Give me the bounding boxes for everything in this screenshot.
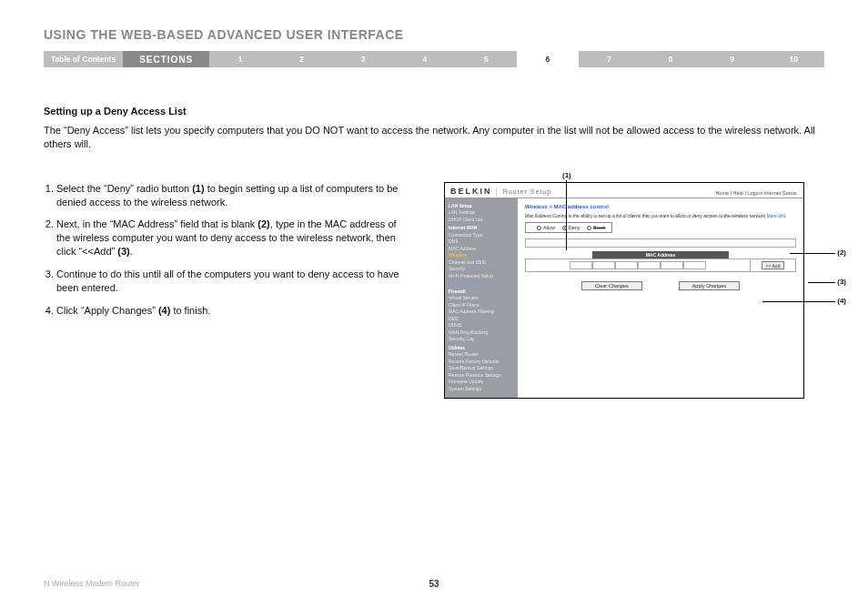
mac-field[interactable]: [615, 261, 638, 269]
radio-deny[interactable]: [562, 226, 567, 230]
callout-2: (2): [837, 248, 846, 257]
sb-item[interactable]: Restore Previous Settings: [449, 372, 514, 380]
mac-field[interactable]: [661, 261, 683, 269]
nav-6[interactable]: 6: [517, 51, 579, 67]
mac-header: MAC Address: [592, 251, 729, 258]
sb-item[interactable]: DHCP Client List: [449, 217, 514, 224]
sb-item[interactable]: MAC Address: [449, 246, 514, 253]
sb-item[interactable]: Security Log: [449, 336, 514, 343]
product-name: N Wireless Modem Router: [44, 579, 140, 588]
sb-item[interactable]: Firmware Update: [449, 379, 514, 386]
sidebar: LAN Setup LAN Settings DHCP Client List …: [445, 198, 518, 399]
page-number: 53: [429, 579, 439, 589]
sb-firewall: Firewall: [449, 289, 514, 296]
mac-field[interactable]: [638, 261, 661, 269]
step-1: Select the “Deny” radio button (1) to be…: [56, 182, 408, 209]
nav-8[interactable]: 8: [640, 51, 701, 67]
sb-item[interactable]: Restore Factory Defaults: [449, 359, 514, 366]
screenshot: (1) (2) (3) (4) BELKIN|Router Setup Home…: [444, 182, 824, 400]
sb-wireless: Wireless: [449, 252, 514, 259]
sb-item[interactable]: Restart Router: [449, 351, 514, 359]
sb-wan: Internet WAN: [449, 225, 514, 232]
sb-item[interactable]: Wi-Fi Protected Setup: [449, 273, 514, 280]
nav-7[interactable]: 7: [579, 51, 641, 67]
callout-4: (4): [837, 297, 846, 305]
mac-field[interactable]: [683, 261, 706, 269]
sb-item[interactable]: Connection Type: [449, 232, 514, 239]
top-links[interactable]: Home | Help | Logout Internet Status:: [715, 190, 798, 196]
section-nav: Table of Contents SECTIONS 1 2 3 4 5 6 7…: [44, 51, 824, 67]
more-info-link[interactable]: More Info: [766, 213, 785, 218]
radio-allow[interactable]: [537, 226, 541, 230]
sb-item[interactable]: DNS: [449, 238, 514, 246]
sb-item[interactable]: DMZ: [449, 316, 514, 323]
mac-input-row: [570, 261, 706, 269]
sb-item[interactable]: WAN Ping Blocking: [449, 329, 514, 337]
sb-item[interactable]: Client IP Filters: [449, 302, 514, 309]
sb-utilities: Utilities: [449, 345, 514, 352]
sb-item[interactable]: Virtual Servers: [449, 295, 514, 302]
nav-1[interactable]: 1: [209, 51, 271, 67]
brand-logo: BELKIN|Router Setup: [450, 187, 551, 196]
sb-mac-control[interactable]: MAC Address Control: [449, 279, 514, 287]
nav-sections-label: SECTIONS: [123, 51, 209, 67]
page-title: USING THE WEB-BASED ADVANCED USER INTERF…: [44, 27, 824, 42]
sb-item[interactable]: Save/Backup Settings: [449, 365, 514, 372]
apply-changes-button[interactable]: Apply Changes: [679, 281, 740, 290]
radio-block[interactable]: [587, 226, 591, 230]
sb-lan: LAN Setup: [449, 203, 514, 210]
callout-1: (1): [562, 171, 571, 179]
nav-toc[interactable]: Table of Contents: [44, 51, 123, 67]
step-4: Click “Apply Changes” (4) to finish.: [56, 304, 408, 318]
callout-3: (3): [837, 278, 846, 286]
nav-4[interactable]: 4: [394, 51, 456, 67]
nav-9[interactable]: 9: [701, 51, 763, 67]
clear-changes-button[interactable]: Clear Changes: [581, 281, 642, 290]
page-footer: N Wireless Modem Router 53: [44, 579, 824, 588]
nav-3[interactable]: 3: [332, 51, 394, 67]
step-3: Continue to do this until all of the com…: [56, 268, 408, 295]
sb-item[interactable]: LAN Settings: [449, 209, 514, 217]
instruction-list: Select the “Deny” radio button (1) to be…: [44, 182, 408, 318]
nav-5[interactable]: 5: [456, 51, 518, 67]
subheading: Setting up a Deny Access List: [44, 106, 824, 117]
sb-item[interactable]: Channel and SSID: [449, 259, 514, 267]
nav-2[interactable]: 2: [271, 51, 333, 67]
step-2: Next, in the “MAC Address” field that is…: [56, 218, 408, 258]
mac-field[interactable]: [592, 261, 615, 269]
nav-10[interactable]: 10: [762, 51, 824, 67]
intro-text: The “Deny Access” list lets you specify …: [44, 124, 824, 151]
allow-deny-options: Allow Deny Block: [525, 222, 612, 233]
sb-item[interactable]: MAC Address Filtering: [449, 309, 514, 316]
mac-field[interactable]: [570, 261, 592, 269]
add-button[interactable]: << Add: [762, 261, 785, 269]
sb-item[interactable]: DDNS: [449, 322, 514, 329]
sb-item[interactable]: System Settings: [449, 386, 514, 393]
sb-item[interactable]: Security: [449, 266, 514, 273]
